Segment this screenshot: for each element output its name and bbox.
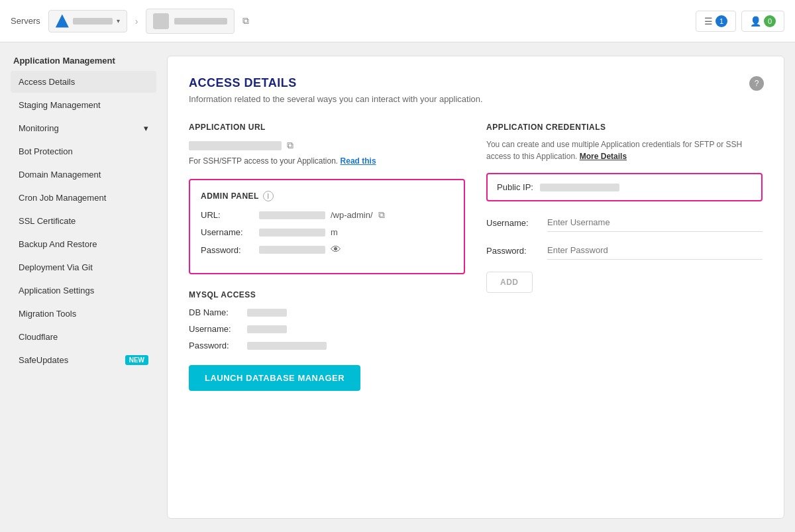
admin-url-value [259,211,325,219]
sidebar-item-safeupdates[interactable]: SafeUpdates NEW [11,349,156,371]
users-badge: 0 [764,15,776,27]
sidebar-item-label: Cloudflare [19,332,58,342]
mysql-password-row: Password: [189,341,465,350]
right-column: APPLICATION CREDENTIALS You can create a… [486,123,763,391]
server-selector[interactable]: ▾ [48,10,127,32]
docs-badge: 1 [716,15,727,27]
sidebar-item-app-settings[interactable]: Application Settings [11,280,156,301]
app-selector[interactable] [146,9,235,34]
app-url-external-icon[interactable]: ⧉ [287,140,293,151]
users-button[interactable]: 👤 0 [741,11,784,32]
wp-admin-suffix: /wp-admin/ [331,210,373,220]
mysql-username-row: Username: [189,324,465,334]
sidebar-item-access-details[interactable]: Access Details [11,71,156,93]
sidebar-item-domain[interactable]: Domain Management [11,164,156,186]
sidebar-item-cron[interactable]: Cron Job Management [11,187,156,209]
admin-username-label: Username: [201,227,254,237]
sidebar-item-migration[interactable]: Migration Tools [11,303,156,325]
mysql-password-value [247,342,327,350]
sidebar-item-monitoring[interactable]: Monitoring ▾ [11,117,156,139]
sidebar-item-bot-protection[interactable]: Bot Protection [11,140,156,162]
chevron-down-icon: ▾ [144,123,148,133]
header-actions: ☰ 1 👤 0 [696,11,784,32]
sidebar: Application Management Access Details St… [11,56,156,519]
breadcrumb-separator: › [135,16,138,27]
admin-url-external-icon[interactable]: ⧉ [378,209,385,221]
top-header: Servers ▾ › ⧉ ☰ 1 👤 0 [0,0,795,42]
admin-panel-box: ADMIN PANEL i URL: /wp-admin/ ⧉ Username… [189,179,465,274]
mysql-dbname-value [247,309,287,317]
more-details-link[interactable]: More Details [580,152,627,161]
admin-url-label: URL: [201,210,254,220]
admin-panel-title-text: ADMIN PANEL [201,191,259,201]
url-value-placeholder [189,141,282,150]
launch-db-button[interactable]: LAUNCH DATABASE MANAGER [189,365,360,391]
sidebar-item-staging[interactable]: Staging Management [11,94,156,116]
ssh-note: For SSH/SFTP access to your Application.… [189,156,465,166]
sidebar-item-label: Backup And Restore [19,239,97,249]
sidebar-item-label: Staging Management [19,100,101,110]
sidebar-section-title: Application Management [11,56,156,66]
admin-password-value [259,246,325,254]
new-badge: NEW [125,355,148,365]
admin-username-row: Username: m [201,227,453,237]
sidebar-item-label: Domain Management [19,170,101,180]
public-ip-label: Public IP: [497,182,533,192]
admin-username-value [259,229,325,237]
sidebar-item-deployment[interactable]: Deployment Via Git [11,256,156,278]
servers-link[interactable]: Servers [11,16,40,26]
dropdown-arrow-icon: ▾ [117,17,120,25]
help-icon[interactable]: ? [749,76,764,91]
users-icon: 👤 [750,16,761,27]
left-column: APPLICATION URL ⧉ For SSH/SFTP access to… [189,123,465,391]
app-creds-description: You can create and use multiple Applicat… [486,138,763,162]
sidebar-item-label: Cron Job Management [19,193,106,203]
cred-username-row: Username: [486,213,763,232]
mysql-dbname-row: DB Name: [189,307,465,317]
cred-password-row: Password: [486,241,763,260]
brand-icon [56,15,69,28]
sidebar-item-label: Application Settings [19,286,94,295]
sidebar-item-label: Bot Protection [19,146,73,156]
server-name-placeholder [73,18,113,25]
add-credential-button[interactable]: ADD [486,272,533,293]
app-name-placeholder [174,18,227,25]
admin-password-label: Password: [201,245,254,255]
mysql-section-title: MYSQL ACCESS [189,290,465,299]
admin-username-suffix: m [331,227,338,237]
app-url-section-header: APPLICATION URL [189,123,465,132]
mysql-dbname-label: DB Name: [189,307,242,317]
sidebar-item-label: Deployment Via Git [19,262,93,272]
cred-username-label: Username: [486,218,539,228]
ssh-note-text: For SSH/SFTP access to your Application. [189,156,338,166]
admin-panel-info-icon[interactable]: i [263,191,274,201]
public-ip-value [540,184,619,191]
admin-panel-title: ADMIN PANEL i [201,191,453,201]
password-toggle-icon[interactable]: 👁 [331,244,341,256]
admin-url-row: URL: /wp-admin/ ⧉ [201,209,453,221]
mysql-password-label: Password: [189,341,242,350]
sidebar-item-label: SafeUpdates [19,355,68,365]
sidebar-item-cloudflare[interactable]: Cloudflare [11,326,156,348]
read-this-link[interactable]: Read this [341,156,376,166]
app-creds-header: APPLICATION CREDENTIALS [486,123,763,132]
sidebar-item-label: Access Details [19,77,75,87]
sidebar-item-label: Monitoring [19,123,59,133]
docs-icon: ☰ [704,16,713,27]
cred-password-label: Password: [486,246,539,256]
sidebar-item-backup[interactable]: Backup And Restore [11,233,156,255]
cred-password-input[interactable] [547,241,763,260]
sidebar-item-ssl[interactable]: SSL Certificate [11,210,156,232]
content-grid: APPLICATION URL ⧉ For SSH/SFTP access to… [189,123,763,391]
main-layout: Application Management Access Details St… [0,42,795,532]
page-subtitle: Information related to the several ways … [189,94,763,104]
sidebar-item-label: Migration Tools [19,309,76,319]
external-link-icon[interactable]: ⧉ [242,15,249,27]
docs-button[interactable]: ☰ 1 [696,11,736,32]
mysql-username-label: Username: [189,324,242,334]
app-url-row: ⧉ [189,140,465,151]
sidebar-item-label: SSL Certificate [19,216,76,226]
app-icon [153,13,169,29]
cred-username-input[interactable] [547,213,763,232]
public-ip-box: Public IP: [486,173,763,201]
